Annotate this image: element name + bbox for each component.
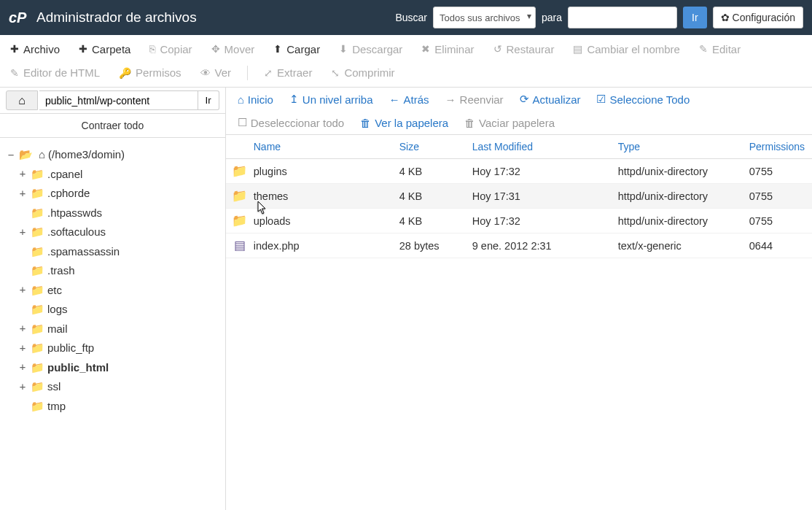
extract-button[interactable]: ⤢Extraer <box>261 62 315 83</box>
forward-button[interactable]: →Reenviar <box>445 93 504 106</box>
home-button[interactable]: ⌂Inicio <box>238 93 273 106</box>
config-button[interactable]: ✿ Configuración <box>713 7 803 28</box>
file-icon: ▤ <box>226 238 254 253</box>
expand-icon[interactable]: + <box>17 282 28 298</box>
action-rows: ⌂Inicio ↥Un nivel arriba ←Atrás →Reenvia… <box>226 88 812 135</box>
empty-trash-button[interactable]: 🗑Vaciar papelera <box>464 117 555 129</box>
file-type: httpd/unix-directory <box>618 166 749 177</box>
folder-button[interactable]: ✚Carpeta <box>76 39 133 60</box>
tree-root[interactable]: − 📂 ⌂ (/home3/domin) <box>6 145 219 165</box>
tree-node[interactable]: +📁logs <box>17 300 219 320</box>
col-size[interactable]: Size <box>399 141 472 152</box>
download-icon: ⬇ <box>339 43 348 55</box>
home-icon: ⌂ <box>18 94 26 107</box>
col-name[interactable]: Name <box>254 141 399 152</box>
tree-node[interactable]: +📁public_html <box>17 358 219 378</box>
col-modified[interactable]: Last Modified <box>472 141 618 152</box>
rename-button[interactable]: ▤Cambiar el nombre <box>570 39 683 60</box>
eye-icon: 👁 <box>200 67 211 79</box>
tree-node[interactable]: +📁.softaculous <box>17 223 219 242</box>
folder-icon: 📁 <box>31 224 44 241</box>
file-size: 4 KB <box>399 190 472 202</box>
collapse-icon[interactable]: − <box>6 147 16 163</box>
search-group: Buscar Todos sus archivos para Ir ✿ Conf… <box>395 7 803 28</box>
path-input[interactable] <box>39 90 198 110</box>
expand-icon[interactable]: + <box>17 360 28 375</box>
tree-node[interactable]: +📁ssl <box>17 377 219 397</box>
gear-icon: ✿ <box>721 12 730 23</box>
expand-icon[interactable]: + <box>17 341 28 356</box>
plus-icon: ✚ <box>79 43 87 55</box>
folder-icon: 📁 <box>31 263 44 279</box>
tree-node[interactable]: +📁.trash <box>17 261 219 281</box>
file-button[interactable]: ✚Archivo <box>7 39 63 60</box>
file-modified: 9 ene. 2012 2:31 <box>472 240 618 252</box>
svg-text:cP: cP <box>9 9 27 26</box>
file-type: httpd/unix-directory <box>618 190 749 202</box>
file-row[interactable]: 📁uploads4 KBHoy 17:32httpd/unix-director… <box>226 209 812 233</box>
tree-label: tmp <box>47 398 66 415</box>
toolbar: ✚Archivo ✚Carpeta ⎘Copiar ✥Mover ⬆Cargar… <box>0 35 812 88</box>
view-button[interactable]: 👁Ver <box>198 62 235 83</box>
search-input[interactable] <box>568 7 677 28</box>
expand-icon[interactable]: + <box>17 186 28 201</box>
expand-icon[interactable]: + <box>17 321 28 336</box>
home-icon: ⌂ <box>39 147 45 163</box>
expand-icon[interactable]: + <box>17 225 28 240</box>
search-label: Buscar <box>395 12 427 23</box>
upload-button[interactable]: ⬆Cargar <box>270 39 323 60</box>
file-modified: Hoy 17:31 <box>472 190 618 202</box>
path-home-button[interactable]: ⌂ <box>6 90 38 110</box>
upload-icon: ⬆ <box>273 43 282 55</box>
tree-node[interactable]: +📁.cphorde <box>17 184 219 204</box>
search-go-button[interactable]: Ir <box>683 7 707 28</box>
reload-button[interactable]: ⟳Actualizar <box>520 93 581 106</box>
select-all-button[interactable]: ☑Seleccione Todo <box>596 93 690 106</box>
permissions-button[interactable]: 🔑Permisos <box>116 62 184 83</box>
file-size: 4 KB <box>399 166 472 177</box>
expand-icon[interactable]: + <box>17 379 28 395</box>
deselect-all-button[interactable]: ☐Deseleccionar todo <box>238 116 344 129</box>
file-name: index.php <box>254 240 399 252</box>
download-button[interactable]: ⬇Descargar <box>336 39 405 60</box>
table-header: Name Size Last Modified Type Permissions <box>226 135 812 159</box>
tree-node[interactable]: +📁.htpasswds <box>17 204 219 223</box>
up-level-button[interactable]: ↥Un nivel arriba <box>289 93 373 106</box>
folder-icon: 📁 <box>31 244 44 260</box>
col-permissions[interactable]: Permissions <box>749 141 812 152</box>
tree-label: ssl <box>47 379 60 395</box>
folder-open-icon: 📂 <box>19 147 33 163</box>
delete-button[interactable]: ✖Eliminar <box>418 39 477 60</box>
expand-icon[interactable]: + <box>17 166 28 182</box>
delete-icon: ✖ <box>421 43 430 55</box>
copy-button[interactable]: ⎘Copiar <box>147 39 195 60</box>
trash-icon: 🗑 <box>360 117 371 129</box>
file-row[interactable]: 📁plugins4 KBHoy 17:32httpd/unix-director… <box>226 159 812 184</box>
html-editor-button[interactable]: ✎Editor de HTML <box>7 62 103 83</box>
file-row[interactable]: 📁themes4 KBHoy 17:31httpd/unix-directory… <box>226 184 812 209</box>
tree-node[interactable]: +📁tmp <box>17 397 219 417</box>
collapse-all-button[interactable]: Contraer todo <box>0 114 225 138</box>
view-trash-button[interactable]: 🗑Ver la papelera <box>360 117 448 129</box>
back-button[interactable]: ←Atrás <box>389 93 429 106</box>
compress-button[interactable]: ⤡Comprimir <box>328 62 397 83</box>
col-type[interactable]: Type <box>618 141 749 152</box>
tree-label: etc <box>47 282 62 299</box>
edit-button[interactable]: ✎Editar <box>696 39 743 60</box>
cpanel-logo: cP <box>9 8 29 27</box>
tree-node[interactable]: +📁.spamassassin <box>17 242 219 262</box>
file-row[interactable]: ▤index.php28 bytes9 ene. 2012 2:31text/x… <box>226 233 812 258</box>
html-editor-icon: ✎ <box>10 67 19 79</box>
search-scope-select[interactable]: Todos sus archivos <box>433 7 536 28</box>
tree-node[interactable]: +📁mail <box>17 320 219 339</box>
tree-node[interactable]: +📁.cpanel <box>17 165 219 185</box>
restore-button[interactable]: ↺Restaurar <box>491 39 558 60</box>
path-go-button[interactable]: Ir <box>198 90 219 110</box>
tree-node[interactable]: +📁public_ftp <box>17 339 219 358</box>
file-permissions: 0755 <box>749 190 812 202</box>
tree-node[interactable]: +📁etc <box>17 281 219 301</box>
folder-icon: 📁 <box>31 301 44 318</box>
move-button[interactable]: ✥Mover <box>208 39 258 60</box>
header: cP Administrador de archivos Buscar Todo… <box>0 0 812 35</box>
tree-label: .softaculous <box>47 224 106 241</box>
